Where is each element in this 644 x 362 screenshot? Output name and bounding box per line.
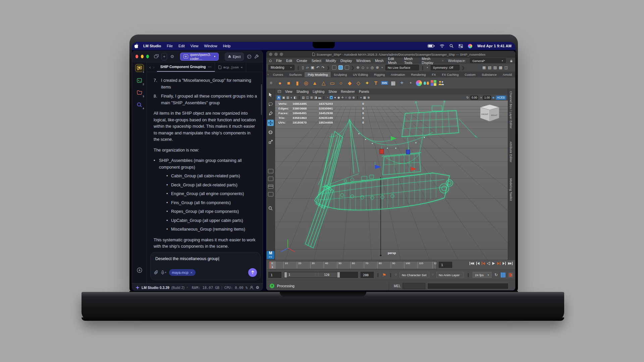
settings-gear-icon[interactable]: ⚙ bbox=[170, 53, 175, 60]
poly-pyramid-icon[interactable]: △ bbox=[320, 79, 327, 86]
poly-sphere-icon[interactable]: ● bbox=[276, 79, 283, 86]
control-center-icon[interactable] bbox=[459, 44, 463, 48]
tab-channel-box[interactable]: Channel Box / Layer Editor bbox=[509, 91, 513, 129]
poly-cone-icon[interactable]: ▲ bbox=[311, 79, 318, 86]
shelf-tab-animation[interactable]: Animation bbox=[388, 72, 408, 77]
developer-wrench-icon[interactable] bbox=[254, 53, 259, 60]
menubar-clock[interactable]: Wed Apr 1 9:41 AM bbox=[477, 44, 512, 48]
shelf-tab-fx[interactable]: FX bbox=[429, 72, 439, 77]
sidebar-developer-icon[interactable]: 2 bbox=[136, 77, 144, 84]
sidebar-chats-icon[interactable]: 1 bbox=[135, 64, 144, 72]
mel-source-field[interactable] bbox=[402, 283, 425, 289]
tab-mcp-json[interactable]: mcp.json × bbox=[215, 62, 247, 72]
prompt-input-value[interactable]: Deselect the miscellaneous group bbox=[151, 252, 260, 261]
chip-remove-icon[interactable]: × bbox=[191, 270, 193, 275]
menu-view[interactable]: View bbox=[191, 44, 199, 48]
panel-menu-renderer[interactable]: Renderer bbox=[341, 90, 355, 94]
tab-options-icon[interactable]: ⋯ bbox=[208, 65, 211, 69]
downloads-icon[interactable] bbox=[136, 266, 144, 274]
open-scene-icon[interactable]: ▱ bbox=[306, 65, 309, 70]
charset-chevron-icon[interactable]: ▽ bbox=[395, 274, 397, 276]
close-window-button[interactable] bbox=[269, 53, 272, 56]
siri-icon[interactable] bbox=[468, 44, 472, 48]
send-button[interactable] bbox=[248, 268, 257, 277]
shelf-tab-sculpting[interactable]: Sculpting bbox=[331, 72, 350, 77]
attach-paperclip-icon[interactable] bbox=[154, 270, 158, 275]
layout-two-pane-button[interactable] bbox=[268, 177, 273, 181]
panel-menu-view[interactable]: View bbox=[285, 90, 292, 94]
time-slider[interactable]: 0 10 20 30 40 50 60 70 80 90 100 110 120… bbox=[266, 260, 515, 269]
timeline-ruler[interactable]: 0 10 20 30 40 50 60 70 80 90 100 110 120… bbox=[268, 261, 437, 269]
fps-selector[interactable]: 24 fps▼ bbox=[473, 272, 492, 278]
shelf-tab-substance[interactable]: Substance bbox=[479, 72, 500, 77]
minimize-window-button[interactable] bbox=[274, 53, 278, 56]
prev-keyframe-button[interactable] bbox=[482, 262, 485, 265]
shelf-gear-icon[interactable]: ⚙ bbox=[268, 81, 275, 85]
snap-view-icon[interactable]: ⊗ bbox=[376, 65, 379, 70]
anim-prefs-icon[interactable] bbox=[500, 273, 505, 278]
settings-gear-icon[interactable]: ⚙ bbox=[256, 285, 259, 290]
use-all-lights-icon[interactable]: ✛ bbox=[341, 96, 344, 99]
new-scene-icon[interactable]: ▯ bbox=[302, 65, 304, 70]
select-camera-icon[interactable]: A bbox=[277, 96, 281, 100]
spotlight-search-icon[interactable] bbox=[449, 44, 453, 48]
character-pair-icon[interactable] bbox=[438, 80, 444, 86]
image-plane-icon[interactable]: ◧ bbox=[294, 96, 297, 99]
range-end-handle[interactable] bbox=[337, 272, 340, 278]
redo-icon[interactable]: ↷ bbox=[321, 65, 324, 70]
play-backwards-button[interactable] bbox=[487, 262, 490, 265]
undo-icon[interactable]: ↶ bbox=[316, 65, 319, 70]
symmetry-chevron-icon[interactable]: ▼ bbox=[426, 66, 429, 69]
maya-menu-edit[interactable]: Edit bbox=[286, 59, 292, 63]
xray-icon[interactable]: ▦ bbox=[363, 96, 366, 99]
shadows-icon[interactable]: ○ bbox=[345, 96, 347, 99]
light-editor-icon[interactable]: ▩ bbox=[499, 65, 502, 70]
poly-cube-icon[interactable]: ■ bbox=[285, 79, 292, 86]
anim-layer-field[interactable]: No Anim Layer bbox=[436, 272, 464, 278]
range-start-handle[interactable] bbox=[284, 272, 287, 278]
maya-menu-mesh-display[interactable]: Mesh Display bbox=[422, 57, 437, 65]
align-tool-icon[interactable]: ✛ bbox=[398, 79, 406, 86]
lock-icon[interactable] bbox=[510, 59, 513, 63]
current-frame-field[interactable]: 1 bbox=[439, 262, 452, 268]
poly-disc-icon[interactable]: ○ bbox=[337, 79, 344, 86]
paint-drops-icon[interactable] bbox=[424, 81, 429, 85]
ipr-render-icon[interactable]: ▧ bbox=[488, 65, 491, 70]
move-tool-icon[interactable] bbox=[267, 120, 274, 126]
menu-window[interactable]: Window bbox=[204, 44, 217, 48]
apple-menu-icon[interactable] bbox=[133, 43, 140, 49]
screen-space-ao-icon[interactable]: ◎ bbox=[348, 96, 351, 99]
live-surface-field[interactable]: No Live Surface bbox=[385, 65, 419, 70]
shelf-tab-rigging[interactable]: Rigging bbox=[371, 72, 388, 77]
home-icon[interactable] bbox=[269, 59, 272, 62]
select-component-icon[interactable] bbox=[345, 65, 349, 70]
tab-close-icon[interactable]: × bbox=[241, 65, 243, 69]
mcp-plugin-chip[interactable]: maya-mcp× bbox=[169, 269, 196, 276]
panel-menu-show[interactable]: Show bbox=[328, 90, 337, 94]
nav-back-icon[interactable]: ‹ bbox=[147, 62, 153, 72]
render-icon[interactable]: ▦ bbox=[482, 65, 486, 70]
shelf-tab-poly-modeling[interactable]: Poly Modeling bbox=[305, 72, 331, 77]
gate-mask-icon[interactable]: ◨ bbox=[314, 96, 317, 99]
step-forward-frame-button[interactable] bbox=[502, 262, 506, 265]
paint-select-tool-icon[interactable] bbox=[267, 110, 274, 117]
render-settings-icon[interactable]: ▨ bbox=[493, 65, 497, 70]
mel-command-input[interactable] bbox=[427, 283, 508, 289]
add-tab-button[interactable]: + bbox=[161, 53, 167, 60]
theme-palette-icon[interactable] bbox=[247, 53, 252, 60]
panel-menu-shading[interactable]: Shading bbox=[297, 90, 309, 94]
joints-xray-icon[interactable]: ⊗ bbox=[367, 96, 370, 99]
isolate-select-icon[interactable]: ⌖ bbox=[360, 96, 362, 100]
maya-menu-mesh-tools[interactable]: Mesh Tools bbox=[404, 57, 418, 65]
type-text-icon[interactable]: T bbox=[372, 79, 379, 86]
wireframe-icon[interactable]: ◔ bbox=[326, 96, 328, 99]
maya-menu-windows[interactable]: Windows bbox=[356, 59, 371, 63]
sidebar-models-folder-icon[interactable]: 3 bbox=[136, 89, 144, 96]
go-to-start-button[interactable] bbox=[470, 262, 474, 265]
maya-menu-edit-mesh[interactable]: Edit Mesh bbox=[388, 57, 400, 65]
bookmark-flag-icon[interactable]: ⚑ bbox=[382, 273, 386, 278]
animation-end-field[interactable]: 200 bbox=[361, 272, 374, 278]
sculpt-tool-icon[interactable]: ✦ bbox=[364, 79, 371, 86]
color-sets-icon[interactable] bbox=[431, 80, 436, 86]
snap-options-chevron-icon[interactable]: ▼ bbox=[381, 66, 383, 69]
